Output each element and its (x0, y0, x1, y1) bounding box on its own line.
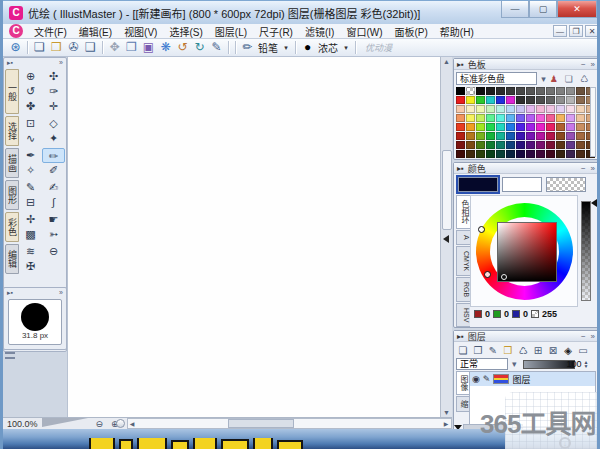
eyedropper-tool-icon[interactable]: ✑ (42, 84, 65, 99)
swatch[interactable] (466, 96, 475, 104)
swatch[interactable] (456, 87, 465, 95)
blank[interactable] (42, 259, 65, 274)
menu-item-1[interactable]: 编辑(E) (73, 24, 118, 39)
pen-tool-label[interactable]: 铅笔 (258, 40, 278, 55)
swatches-expand-icon[interactable]: ▸▪ (457, 60, 464, 69)
transparent-color-well[interactable] (546, 177, 586, 192)
swatch[interactable] (546, 96, 555, 104)
swatch[interactable] (486, 123, 495, 131)
swatch[interactable] (466, 150, 475, 158)
palette-collapse-icon[interactable]: » (59, 58, 63, 68)
swatch[interactable] (556, 123, 565, 131)
swatch[interactable] (516, 96, 525, 104)
swatch[interactable] (576, 141, 585, 149)
swatch[interactable] (536, 132, 545, 140)
color-tab-A[interactable]: A (456, 230, 470, 245)
swatch[interactable] (496, 114, 505, 122)
tip-dropdown-icon[interactable]: ▾ (340, 44, 352, 52)
swatch[interactable] (576, 87, 585, 95)
color-minimize-icon[interactable]: − (581, 164, 586, 173)
swatch[interactable] (506, 132, 515, 140)
swatch[interactable] (516, 132, 525, 140)
scroll-down-icon[interactable]: ▼ (441, 409, 452, 416)
minimize-button[interactable]: — (501, 1, 529, 18)
swatch[interactable] (536, 96, 545, 104)
tool-tab-2[interactable]: 描画 (5, 148, 19, 178)
swatch[interactable] (486, 96, 495, 104)
scroll-right-icon[interactable]: ▶ (442, 420, 451, 427)
canvas[interactable] (67, 57, 440, 417)
swatch[interactable] (556, 105, 565, 113)
swatch[interactable] (536, 114, 545, 122)
menu-item-6[interactable]: 滤镜(I) (299, 24, 340, 39)
airbrush-tool-icon[interactable]: ✧ (19, 163, 42, 178)
eraser-tool-icon[interactable]: ⊟ (19, 195, 42, 210)
gradient-tool-icon[interactable]: ▩ (19, 227, 42, 242)
swatch[interactable] (546, 114, 555, 122)
swatch[interactable] (496, 96, 505, 104)
new-document-icon[interactable]: ❏ (31, 40, 48, 55)
swatch[interactable] (526, 150, 535, 158)
mdi-restore-button[interactable]: ❐ (569, 25, 583, 37)
swatch[interactable] (506, 105, 515, 113)
swatch[interactable] (506, 96, 515, 104)
swatch[interactable] (456, 123, 465, 131)
swatch[interactable] (486, 114, 495, 122)
layers-chevron-icon[interactable]: » (591, 332, 595, 341)
vertical-scrollbar[interactable]: ▲ ▼ (440, 57, 452, 417)
swatch[interactable] (476, 87, 485, 95)
background-color-well[interactable] (502, 177, 542, 192)
swatch[interactable] (536, 123, 545, 131)
swatch[interactable] (486, 105, 495, 113)
blur-tool-icon[interactable]: ≋ (19, 244, 42, 259)
swatch[interactable] (576, 150, 585, 158)
layer-visibility-icon[interactable]: ◉ (472, 374, 480, 384)
brush-collapse-icon[interactable]: » (59, 288, 63, 298)
color-tab-色相环[interactable]: 色相环 (456, 195, 470, 229)
horizontal-scrollbar[interactable]: ◀ ▶ (127, 418, 452, 429)
save-icon[interactable]: ✇ (65, 40, 82, 55)
swatch[interactable] (516, 105, 525, 113)
swatch[interactable] (506, 123, 515, 131)
swatch[interactable] (546, 87, 555, 95)
layer-select-tool-icon[interactable]: ✤ (19, 99, 42, 114)
swatch[interactable] (516, 150, 525, 158)
swatch[interactable] (566, 123, 575, 131)
swatch[interactable] (566, 150, 575, 158)
menu-item-3[interactable]: 选择(S) (163, 24, 208, 39)
magic-wand-tool-icon[interactable]: ✦ (42, 131, 65, 146)
finger-tool-icon[interactable]: ☛ (42, 212, 65, 227)
swatch[interactable] (456, 96, 465, 104)
lock-layer-icon[interactable]: ◈ (561, 344, 575, 357)
swatch[interactable] (486, 141, 495, 149)
save-as-icon[interactable]: ❑ (82, 40, 99, 55)
swatch[interactable] (526, 132, 535, 140)
swatch[interactable] (466, 114, 475, 122)
stamp-tool-icon[interactable]: ✠ (19, 259, 42, 274)
swatch[interactable] (506, 150, 515, 158)
watercolor-tool-icon[interactable]: ✎ (19, 180, 42, 195)
swatch[interactable] (486, 87, 495, 95)
swatch[interactable] (566, 87, 575, 95)
fill-tool-icon[interactable]: ✢ (19, 212, 42, 227)
blend-dropdown-icon[interactable]: ▾ (512, 359, 517, 369)
back-icon[interactable]: ✥ (106, 40, 123, 55)
swatch[interactable] (526, 96, 535, 104)
zoom-tool-icon[interactable]: ⊕ (19, 69, 42, 84)
mdi-minimize-button[interactable]: — (553, 25, 567, 37)
swatch[interactable] (536, 141, 545, 149)
undo-icon[interactable]: ↺ (174, 40, 191, 55)
swatch[interactable] (546, 123, 555, 131)
swatch[interactable] (526, 105, 535, 113)
tool-tab-1[interactable]: 选择 (5, 116, 19, 146)
saturation-value-square[interactable] (497, 222, 557, 282)
delete-swatch-icon[interactable]: ♺ (580, 74, 588, 84)
marker-tool-icon[interactable]: ✍ (42, 180, 65, 195)
tool-tab-0[interactable]: 一般 (5, 69, 19, 114)
swatch-scrollbar[interactable] (590, 87, 596, 157)
swatch[interactable] (456, 132, 465, 140)
swatch[interactable] (456, 105, 465, 113)
swatch[interactable] (566, 105, 575, 113)
color-tab-RGB[interactable]: RGB (456, 277, 470, 302)
horizontal-scroll-thumb[interactable] (228, 419, 294, 428)
